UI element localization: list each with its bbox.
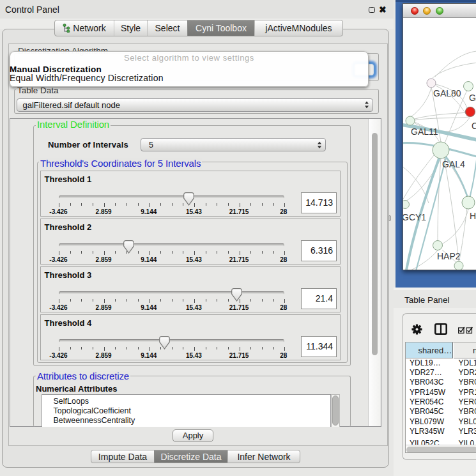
svg-text:HAP2: HAP2 (437, 251, 461, 261)
svg-text:GCY1: GCY1 (403, 212, 426, 222)
svg-text:CY: CY (472, 121, 476, 131)
svg-text:GAL11: GAL11 (411, 127, 438, 137)
svg-text:GAL80: GAL80 (433, 88, 461, 98)
svg-text:GAL4: GAL4 (442, 159, 465, 169)
svg-text:HI: HI (470, 211, 476, 221)
svg-text:GA: GA (469, 93, 476, 103)
